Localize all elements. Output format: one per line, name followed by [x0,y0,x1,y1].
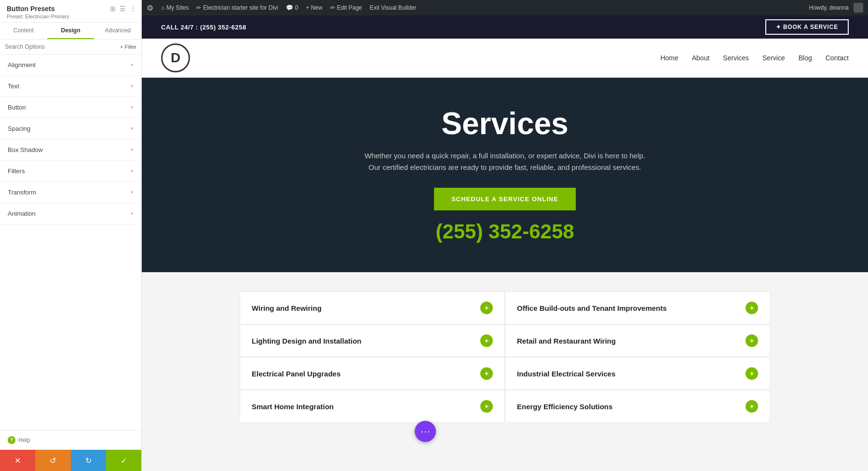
option-spacing[interactable]: Spacing ▾ [0,118,141,139]
option-animation[interactable]: Animation ▾ [0,203,141,224]
close-button[interactable]: ✕ [0,450,35,471]
service-label-office: Office Build-outs and Tenant Improvement… [517,304,667,312]
save-icon: ✓ [121,456,127,465]
user-avatar[interactable] [854,3,863,13]
option-filters[interactable]: Filters ▾ [0,161,141,182]
tab-design[interactable]: Design [47,23,95,39]
sidebar-layout-icon[interactable]: ☰ [120,5,126,13]
service-item-office[interactable]: Office Build-outs and Tenant Improvement… [505,291,770,324]
call-bar: CALL 24/7 : (255) 352-6258 ✦ BOOK A SERV… [142,15,868,39]
option-text[interactable]: Text ▾ [0,76,141,97]
sidebar-settings-icon[interactable]: ⊞ [110,5,116,13]
service-item-energy[interactable]: Energy Efficiency Solutions + [505,390,770,423]
howdy-label: Howdy, deanna [809,4,849,11]
service-label-smart-home: Smart Home Integration [252,402,334,411]
service-expand-icon-industrial: + [746,367,758,380]
service-expand-icon-wiring: + [480,302,493,314]
hero-section: Services Whether you need a quick repair… [142,78,868,272]
sidebar-bottom-bar: ✕ ↺ ↻ ✓ [0,450,141,471]
sidebar-header: Button Presets Preset: Electrician Prima… [0,0,141,23]
service-item-panel[interactable]: Electrical Panel Upgrades + [240,357,505,390]
undo-icon: ↺ [50,456,56,465]
chevron-down-icon: ▾ [131,147,134,153]
nav-contact[interactable]: Contact [826,54,849,62]
wp-topbar: ⚙ ⌂ My Sites ✏ Electrician starter site … [142,0,868,15]
nav-services[interactable]: Services [723,54,749,62]
site-nav: Home About Services Service Blog Contact [660,54,849,62]
my-sites-item[interactable]: ⌂ My Sites [161,4,189,11]
service-item-retail[interactable]: Retail and Restaurant Wiring + [505,324,770,357]
chevron-down-icon: ▾ [131,168,134,174]
call-text: CALL 24/7 : (255) 352-6258 [161,24,246,31]
sidebar-header-icons: ⊞ ☰ ⋮ [110,5,136,13]
redo-button[interactable]: ↻ [71,450,106,471]
service-expand-icon-panel: + [480,367,493,380]
chevron-down-icon: ▾ [131,104,134,111]
service-item-smart-home[interactable]: Smart Home Integration + [240,390,505,423]
nav-blog[interactable]: Blog [799,54,812,62]
service-label-wiring: Wiring and Rewiring [252,304,322,312]
option-alignment[interactable]: Alignment ▾ [0,55,141,76]
book-service-button[interactable]: ✦ BOOK A SERVICE [765,19,849,35]
service-expand-icon-office: + [746,302,758,314]
wp-logo-item[interactable]: ⚙ [147,3,153,13]
edit-page-icon: ✏ [330,4,335,11]
save-button[interactable]: ✓ [106,450,141,471]
service-label-panel: Electrical Panel Upgrades [252,370,340,378]
service-expand-icon-energy: + [746,400,758,413]
services-grid: Wiring and Rewiring + Office Build-outs … [240,291,770,423]
sidebar-more-icon[interactable]: ⋮ [130,5,136,13]
sidebar-tabs: Content Design Advanced [0,23,141,40]
nav-home[interactable]: Home [660,54,678,62]
main-area: ⚙ ⌂ My Sites ✏ Electrician starter site … [142,0,868,471]
schedule-service-button[interactable]: SCHEDULE A SERVICE ONLINE [434,188,576,210]
filter-button[interactable]: + Filter [120,44,136,50]
site-header: D Home About Services Service Blog Conta… [142,39,868,78]
sidebar-preset: Preset: Electrician Primary [7,14,135,19]
sidebar-search-row: + Filter [0,40,141,55]
service-expand-icon-smart-home: + [480,400,493,413]
edit-page-label: Edit Page [337,4,362,11]
option-transform[interactable]: Transform ▾ [0,182,141,203]
search-input[interactable] [5,43,116,50]
service-item-lighting[interactable]: Lighting Design and Installation + [240,324,505,357]
sidebar: Button Presets Preset: Electrician Prima… [0,0,142,471]
new-label: + New [306,4,322,11]
logo-letter: D [171,50,180,66]
exit-vb-item[interactable]: Exit Visual Builder [370,4,417,11]
option-box-shadow[interactable]: Box Shadow ▾ [0,139,141,161]
services-section: Wiring and Rewiring + Office Build-outs … [142,272,868,471]
help-button[interactable]: ? Help [0,430,141,450]
redo-icon: ↻ [85,456,92,465]
service-item-industrial[interactable]: Industrial Electrical Services + [505,357,770,390]
hero-title: Services [441,107,568,140]
hero-description: Whether you need a quick repair, a full … [360,150,650,173]
tab-content[interactable]: Content [0,23,47,39]
site-name-item[interactable]: ✏ Electrician starter site for Divi [196,4,278,11]
service-item-wiring[interactable]: Wiring and Rewiring + [240,291,505,324]
nav-service[interactable]: Service [762,54,785,62]
service-label-energy: Energy Efficiency Solutions [517,402,612,411]
my-sites-label: My Sites [166,4,189,11]
edit-page-item[interactable]: ✏ Edit Page [330,4,362,11]
new-item[interactable]: + New [306,4,322,11]
exit-vb-label: Exit Visual Builder [370,4,417,11]
option-button[interactable]: Button ▾ [0,97,141,118]
comments-count: 0 [295,4,298,11]
help-label: Help [18,437,30,443]
hero-phone[interactable]: (255) 352-6258 [435,220,574,243]
chevron-down-icon: ▾ [131,210,134,217]
fab-icon: ⋯ [420,426,430,437]
undo-button[interactable]: ↺ [35,450,70,471]
chevron-down-icon: ▾ [131,125,134,132]
help-icon: ? [8,436,15,444]
comments-item[interactable]: 💬 0 [286,4,298,11]
chevron-down-icon: ▾ [131,83,134,89]
sidebar-options: Alignment ▾ Text ▾ Button ▾ Spacing ▾ Bo… [0,55,141,430]
fab-button[interactable]: ⋯ [415,421,436,442]
close-icon: ✕ [14,456,21,465]
tab-advanced[interactable]: Advanced [94,23,141,39]
nav-about[interactable]: About [692,54,710,62]
site-logo: D [161,43,190,72]
site-name-label: Electrician starter site for Divi [203,4,278,11]
